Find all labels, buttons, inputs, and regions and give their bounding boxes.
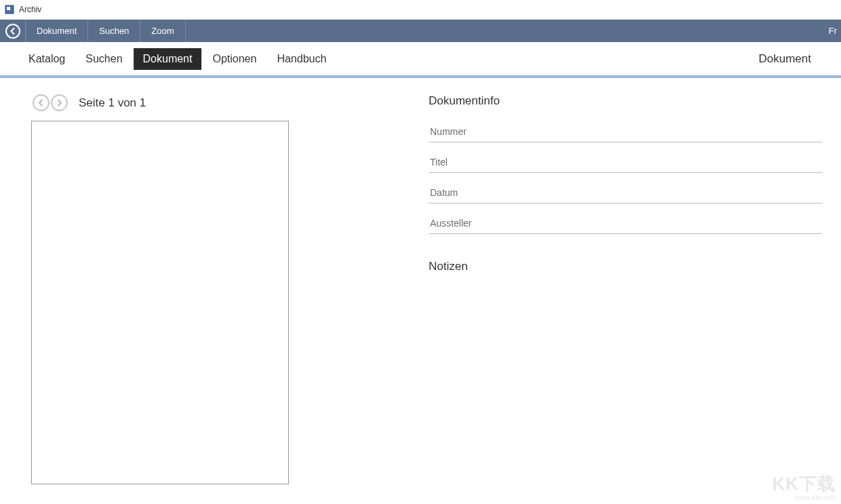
toolbar-item-label: Dokument bbox=[37, 26, 77, 36]
notes-section-title: Notizen bbox=[429, 260, 822, 273]
toolbar-item-label: Zoom bbox=[151, 26, 174, 36]
chevron-left-icon bbox=[37, 99, 45, 106]
window-title: Archiv bbox=[19, 5, 41, 14]
info-field-label: Aussteller bbox=[430, 218, 471, 229]
info-field-datum[interactable]: Datum bbox=[429, 182, 822, 203]
info-field-nummer[interactable]: Nummer bbox=[429, 121, 822, 142]
watermark-small: www.kkx.net bbox=[772, 493, 836, 501]
content: Seite 1 von 1 Dokumentinfo Nummer Titel … bbox=[0, 78, 841, 484]
tabstrip: Katalog Suchen Dokument Optionen Handbuc… bbox=[0, 42, 841, 78]
toolbar-item-dokument[interactable]: Dokument bbox=[26, 20, 88, 42]
info-field-aussteller[interactable]: Aussteller bbox=[429, 213, 822, 234]
tab-label: Suchen bbox=[85, 53, 122, 64]
tab-label: Optionen bbox=[212, 53, 256, 64]
toolbar-right-text: Fr bbox=[829, 20, 841, 42]
app-icon bbox=[4, 4, 15, 15]
tab-dokument[interactable]: Dokument bbox=[134, 48, 202, 70]
pager: Seite 1 von 1 bbox=[33, 94, 411, 111]
document-preview[interactable] bbox=[31, 121, 289, 484]
tab-katalog[interactable]: Katalog bbox=[19, 48, 75, 70]
tab-suchen[interactable]: Suchen bbox=[76, 48, 132, 70]
info-field-label: Nummer bbox=[430, 126, 467, 137]
right-pane: Dokumentinfo Nummer Titel Datum Ausstell… bbox=[411, 94, 822, 484]
toolbar-item-suchen[interactable]: Suchen bbox=[88, 20, 140, 42]
tab-handbuch[interactable]: Handbuch bbox=[267, 48, 336, 70]
titlebar: Archiv bbox=[0, 0, 841, 20]
tab-label: Katalog bbox=[28, 53, 65, 64]
back-button[interactable] bbox=[0, 20, 26, 42]
next-page-button[interactable] bbox=[51, 94, 68, 111]
tab-optionen[interactable]: Optionen bbox=[203, 48, 266, 70]
pager-text: Seite 1 von 1 bbox=[79, 96, 146, 110]
chevron-right-icon bbox=[56, 99, 63, 106]
tabstrip-right-label: Dokument bbox=[759, 52, 832, 66]
prev-page-button[interactable] bbox=[33, 94, 50, 111]
info-field-label: Titel bbox=[430, 157, 448, 168]
left-pane: Seite 1 von 1 bbox=[31, 94, 411, 484]
svg-rect-1 bbox=[7, 7, 10, 10]
info-section-title: Dokumentinfo bbox=[429, 94, 822, 108]
info-field-label: Datum bbox=[430, 187, 458, 198]
toolbar: Dokument Suchen Zoom Fr bbox=[0, 20, 841, 42]
tab-label: Dokument bbox=[143, 53, 193, 64]
back-arrow-icon bbox=[5, 24, 20, 39]
toolbar-item-label: Suchen bbox=[99, 26, 129, 36]
info-field-titel[interactable]: Titel bbox=[429, 152, 822, 173]
toolbar-item-zoom[interactable]: Zoom bbox=[140, 20, 185, 42]
tab-label: Handbuch bbox=[277, 53, 326, 64]
